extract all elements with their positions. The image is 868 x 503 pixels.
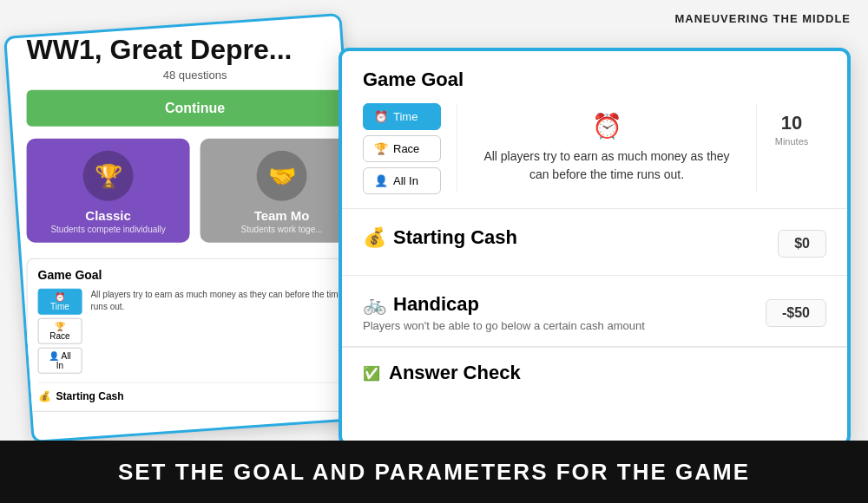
mini-race-button[interactable]: 🏆 Race: [38, 318, 82, 344]
mini-goal-title: Game Goal: [38, 268, 352, 282]
goal-desc-box: ⏰ All players try to earn as much money …: [457, 103, 757, 193]
front-card: Game Goal ⏰ Time 🏆 Race 👤 All In ⏰ Al: [339, 48, 851, 447]
team-mode-name: Team Mo: [207, 208, 357, 223]
starting-cash-title: 💰 Starting Cash: [363, 226, 517, 249]
mode-row: 🏆 Classic Students compete individually …: [13, 139, 370, 255]
answer-check-icon: ✅: [363, 365, 380, 382]
time-btn-icon: ⏰: [374, 110, 388, 123]
handicap-value[interactable]: -$50: [766, 299, 826, 327]
mini-allin-button[interactable]: 👤 All In: [38, 348, 82, 374]
mini-goal-panel: Game Goal ⏰ Time 🏆 Race 👤 All In All pla…: [27, 258, 364, 412]
goal-btn-col: ⏰ Time 🏆 Race 👤 All In: [363, 103, 441, 194]
bottom-bar-text: SET THE GOAL AND PARAMETERS FOR THE GAME: [118, 459, 750, 486]
team-mode-icon: 🤝: [257, 151, 307, 201]
starting-cash-value[interactable]: $0: [778, 230, 826, 258]
goal-time-button[interactable]: ⏰ Time: [363, 103, 441, 130]
cash-row: 💰 Starting Cash $0: [363, 226, 826, 261]
goal-value-label: Minutes: [775, 136, 809, 147]
starting-cash-section: 💰 Starting Cash $0: [342, 209, 847, 276]
classic-mode-card[interactable]: 🏆 Classic Students compete individually: [27, 139, 190, 243]
answer-check-section: ✅ Answer Check: [342, 347, 847, 398]
team-mode-desc: Students work toge...: [207, 225, 357, 234]
goal-race-button[interactable]: 🏆 Race: [363, 135, 441, 162]
handicap-section: 🚲 Handicap Players won't be able to go b…: [342, 276, 847, 347]
goal-row: ⏰ Time 🏆 Race 👤 All In ⏰ All players try…: [363, 103, 826, 194]
mini-time-button[interactable]: ⏰ Time: [38, 289, 82, 315]
back-card: WW1, Great Depre... 48 questions Continu…: [3, 13, 370, 443]
goal-value-number: 10: [781, 112, 802, 134]
handicap-left: 🚲 Handicap Players won't be able to go b…: [363, 293, 645, 332]
bottom-bar: SET THE GOAL AND PARAMETERS FOR THE GAME: [0, 441, 868, 503]
continue-button[interactable]: Continue: [27, 90, 364, 127]
classic-mode-icon: 🏆: [83, 151, 134, 201]
brand-label: MANEUVERING THE MIDDLE: [674, 12, 851, 25]
handicap-title-text: Handicap: [393, 293, 479, 316]
classic-mode-desc: Students compete individually: [34, 225, 183, 234]
goal-desc-icon: ⏰: [592, 112, 622, 140]
back-card-subtitle: 48 questions: [13, 69, 370, 90]
mini-starting-cash-icon: 💰: [38, 390, 51, 402]
allin-btn-icon: 👤: [374, 174, 388, 187]
allin-btn-label: All In: [393, 174, 418, 187]
race-btn-label: Race: [393, 142, 419, 155]
goal-allin-button[interactable]: 👤 All In: [363, 167, 441, 194]
handicap-icon: 🚲: [363, 293, 386, 316]
goal-value-box: 10 Minutes: [757, 103, 826, 155]
game-goal-title: Game Goal: [363, 69, 826, 91]
classic-mode-name: Classic: [34, 208, 183, 223]
mini-starting-cash-label: Starting Cash: [56, 390, 124, 402]
game-goal-title-text: Game Goal: [363, 69, 464, 91]
game-goal-section: Game Goal ⏰ Time 🏆 Race 👤 All In ⏰ Al: [342, 51, 847, 209]
goal-desc-text: All players try to earn as much money as…: [475, 147, 739, 184]
mini-desc-text: All players try to earn as much money as…: [90, 289, 352, 313]
starting-cash-icon: 💰: [363, 226, 386, 249]
handicap-row: 🚲 Handicap Players won't be able to go b…: [363, 293, 826, 332]
mini-btn-row: ⏰ Time 🏆 Race 👤 All In: [38, 289, 82, 374]
handicap-desc: Players won't be able to go below a cert…: [363, 319, 645, 332]
time-btn-label: Time: [393, 110, 418, 123]
mini-starting-cash: 💰 Starting Cash: [38, 382, 352, 402]
handicap-title: 🚲 Handicap: [363, 293, 645, 316]
race-btn-icon: 🏆: [374, 142, 388, 155]
answer-check-title: Answer Check: [389, 362, 521, 384]
starting-cash-label: Starting Cash: [393, 226, 517, 249]
